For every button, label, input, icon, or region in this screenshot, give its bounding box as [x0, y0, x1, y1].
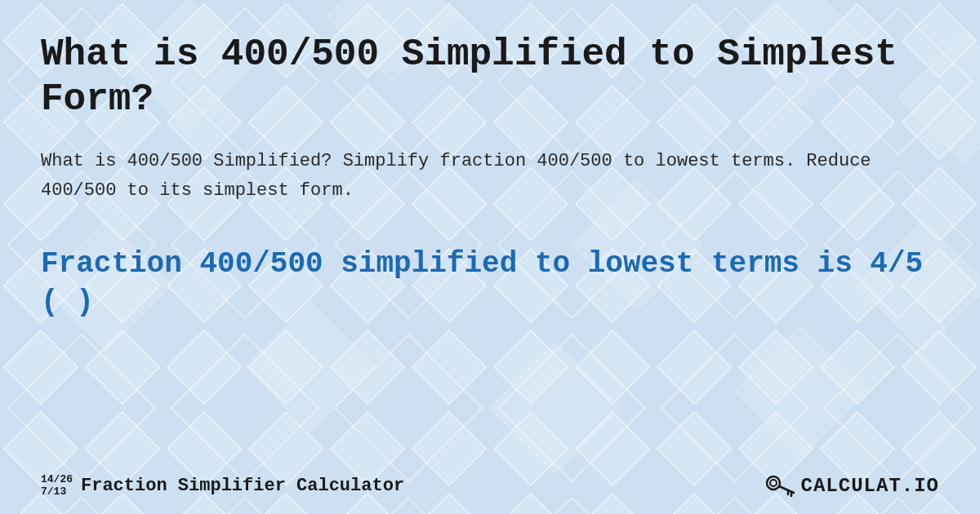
description-text: What is 400/500 Simplified? Simplify fra…: [41, 147, 939, 204]
result-text: Fraction 400/500 simplified to lowest te…: [41, 246, 939, 322]
page-title: What is 400/500 Simplified to Simplest F…: [41, 33, 939, 122]
result-section: Fraction 400/500 simplified to lowest te…: [41, 246, 939, 490]
